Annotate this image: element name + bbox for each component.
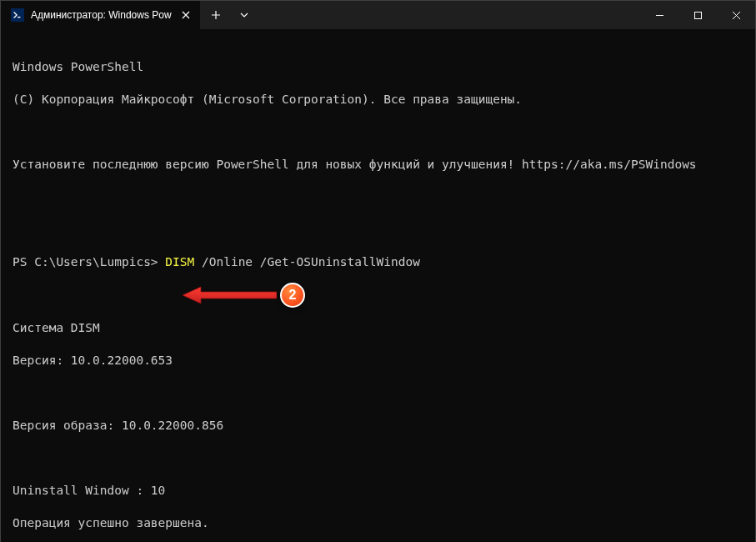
terminal-window: Администратор: Windows Pow Windows Power… <box>0 0 756 542</box>
output-line: Версия: 10.0.22000.653 <box>13 353 743 369</box>
output-line: Установите последнюю версию PowerShell д… <box>13 157 743 173</box>
terminal-content[interactable]: Windows PowerShell (C) Корпорация Майкро… <box>1 29 755 542</box>
svg-rect-3 <box>694 12 701 18</box>
output-line: Uninstall Window : 10 <box>13 483 743 499</box>
output-line <box>13 189 743 206</box>
powershell-icon <box>11 8 24 22</box>
tab-active[interactable]: Администратор: Windows Pow <box>1 1 200 29</box>
new-tab-button[interactable] <box>202 1 230 29</box>
command-line: PS C:\Users\Lumpics> DISM /Online /Get-O… <box>13 254 743 271</box>
command-args: /Online /Get-OSUninstallWindow <box>194 255 420 268</box>
output-line: (C) Корпорация Майкрософт (Microsoft Cor… <box>13 92 743 108</box>
titlebar: Администратор: Windows Pow <box>1 1 755 29</box>
minimize-button[interactable] <box>640 1 678 29</box>
output-line <box>13 124 743 141</box>
close-button[interactable] <box>717 1 755 29</box>
tab-close-button[interactable] <box>178 8 193 23</box>
tab-title: Администратор: Windows Pow <box>31 9 172 21</box>
output-line <box>13 287 743 304</box>
output-line: Версия образа: 10.0.22000.856 <box>13 418 743 434</box>
output-line <box>13 385 743 402</box>
prompt: PS C:\Users\Lumpics> <box>13 255 165 268</box>
output-line: Windows PowerShell <box>13 59 743 76</box>
window-controls <box>640 1 755 29</box>
maximize-button[interactable] <box>678 1 717 29</box>
output-line: Система DISM <box>13 320 743 337</box>
command-text: DISM <box>165 255 194 268</box>
output-line <box>13 222 743 238</box>
output-line <box>13 450 743 467</box>
tab-dropdown-button[interactable] <box>230 1 258 29</box>
output-line: Операция успешно завершена. <box>13 515 743 532</box>
